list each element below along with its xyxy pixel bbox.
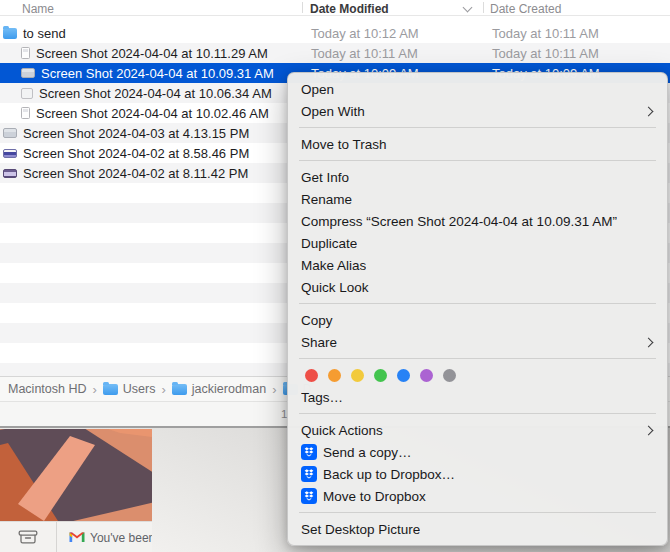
breadcrumb-item-jackierodman[interactable]: jackierodman <box>172 382 266 396</box>
file-row-to-send[interactable]: to sendToday at 10:12 AMToday at 10:11 A… <box>0 23 670 43</box>
tag-yellow-dot[interactable] <box>351 369 364 382</box>
tag-gray-dot[interactable] <box>443 369 456 382</box>
tag-blue-dot[interactable] <box>397 369 410 382</box>
menu-item-copy[interactable]: Copy <box>288 309 667 331</box>
submenu-chevron-icon <box>644 337 654 347</box>
menu-item-label: Back up to Dropbox… <box>323 467 455 482</box>
file-name-text: to send <box>23 26 66 41</box>
menu-separator <box>299 358 656 359</box>
menu-item-quick-actions[interactable]: Quick Actions <box>288 419 667 441</box>
menu-item-quick-look[interactable]: Quick Look <box>288 276 667 298</box>
menu-item-label: Duplicate <box>301 236 357 251</box>
menu-item-compress-screen-shot-2024-04-04-at-10-09-31-[interactable]: Compress “Screen Shot 2024-04-04 at 10.0… <box>288 210 667 232</box>
tag-red-dot[interactable] <box>305 369 318 382</box>
menu-item-make-alias[interactable]: Make Alias <box>288 254 667 276</box>
column-divider[interactable] <box>483 2 484 13</box>
menu-item-label: Send a copy… <box>323 445 412 460</box>
file-name-text: Screen Shot 2024-04-04 at 10.09.31 AM <box>41 66 274 81</box>
wallpaper-image <box>0 429 152 521</box>
file-name-cell: Screen Shot 2024-04-04 at 10.09.31 AM <box>21 63 274 83</box>
menu-item-move-to-dropbox[interactable]: Move to Dropbox <box>288 485 667 507</box>
menu-item-label: Set Desktop Picture <box>301 522 420 537</box>
file-name-text: Screen Shot 2024-04-04 at 10.11.29 AM <box>36 46 268 61</box>
menu-separator <box>299 413 656 414</box>
screenshot-thumbnail-icon <box>21 68 35 78</box>
menu-item-set-desktop-picture[interactable]: Set Desktop Picture <box>288 518 667 540</box>
menu-item-label: Copy <box>301 313 333 328</box>
breadcrumb-label: jackierodman <box>192 382 266 396</box>
screen: Name Date Modified Date Created to sendT… <box>0 0 670 552</box>
menu-item-label: Tags… <box>301 390 343 405</box>
menu-item-tags[interactable]: Tags… <box>288 386 667 408</box>
toolbar-divider <box>56 522 57 552</box>
sort-descending-chevron-icon <box>463 3 473 13</box>
column-header-date-created[interactable]: Date Created <box>490 2 561 16</box>
menu-item-share[interactable]: Share <box>288 331 667 353</box>
tag-green-dot[interactable] <box>374 369 387 382</box>
archive-box-icon[interactable] <box>18 529 38 545</box>
menu-item-back-up-to-dropbox[interactable]: Back up to Dropbox… <box>288 463 667 485</box>
breadcrumb-separator-icon: › <box>162 382 166 397</box>
column-header-date-modified[interactable]: Date Modified <box>310 2 389 16</box>
tag-orange-dot[interactable] <box>328 369 341 382</box>
menu-item-rename[interactable]: Rename <box>288 188 667 210</box>
menu-item-open[interactable]: Open <box>288 78 667 100</box>
date-created-cell: Today at 10:11 AM <box>492 26 599 41</box>
menu-item-label: Make Alias <box>301 258 366 273</box>
submenu-chevron-icon <box>644 425 654 435</box>
menu-item-label: Share <box>301 335 337 350</box>
folder-icon <box>103 384 118 395</box>
menu-separator <box>299 160 656 161</box>
menu-item-get-info[interactable]: Get Info <box>288 166 667 188</box>
menu-item-label: Move to Dropbox <box>323 489 426 504</box>
column-divider[interactable] <box>302 2 303 13</box>
dropbox-icon <box>301 466 317 482</box>
menu-separator <box>299 127 656 128</box>
menu-item-label: Quick Actions <box>301 423 383 438</box>
folder-icon <box>172 384 187 395</box>
file-name-text: Screen Shot 2024-04-03 at 4.13.15 PM <box>23 126 249 141</box>
file-name-cell: to send <box>3 23 66 43</box>
breadcrumb-item-macintosh-hd[interactable]: Macintosh HD <box>8 382 87 396</box>
menu-separator <box>299 303 656 304</box>
menu-item-label: Quick Look <box>301 280 369 295</box>
breadcrumb-separator-icon: › <box>93 382 97 397</box>
breadcrumb-label: Users <box>123 382 156 396</box>
menu-item-send-a-copy[interactable]: Send a copy… <box>288 441 667 463</box>
menu-item-label: Rename <box>301 192 352 207</box>
screenshot-thumbnail-icon <box>3 149 17 158</box>
file-name-text: Screen Shot 2024-04-02 at 8.58.46 PM <box>23 146 249 161</box>
file-name-cell: Screen Shot 2024-04-04 at 10.02.46 AM <box>21 103 269 123</box>
context-menu: OpenOpen WithMove to TrashGet InfoRename… <box>287 72 668 546</box>
screenshot-thumbnail-icon <box>3 128 17 138</box>
date-created-cell: Today at 10:11 AM <box>492 46 599 61</box>
file-name-text: Screen Shot 2024-04-02 at 8.11.42 PM <box>23 166 248 181</box>
dropbox-icon <box>301 444 317 460</box>
menu-item-duplicate[interactable]: Duplicate <box>288 232 667 254</box>
screenshot-thumbnail-icon <box>3 169 17 178</box>
file-name-cell: Screen Shot 2024-04-02 at 8.11.42 PM <box>3 163 248 183</box>
menu-separator <box>299 512 656 513</box>
column-header-name[interactable]: Name <box>22 2 54 16</box>
submenu-chevron-icon <box>644 106 654 116</box>
screenshot-thumbnail-icon <box>21 47 30 59</box>
list-header: Name Date Modified Date Created <box>0 0 670 16</box>
breadcrumb-item-users[interactable]: Users <box>103 382 156 396</box>
file-name-cell: Screen Shot 2024-04-02 at 8.58.46 PM <box>3 143 249 163</box>
breadcrumb-separator-icon: › <box>272 382 276 397</box>
menu-item-label: Open <box>301 82 334 97</box>
file-name-cell: Screen Shot 2024-04-03 at 4.13.15 PM <box>3 123 249 143</box>
screenshot-thumbnail-icon <box>21 88 33 99</box>
breadcrumb-label: Macintosh HD <box>8 382 87 396</box>
file-row-screen-shot-2024-04-04-at-10-11-29-am[interactable]: Screen Shot 2024-04-04 at 10.11.29 AMTod… <box>0 43 670 63</box>
dropbox-icon <box>301 488 317 504</box>
screenshot-thumbnail-icon <box>21 107 30 119</box>
tag-purple-dot[interactable] <box>420 369 433 382</box>
menu-item-move-to-trash[interactable]: Move to Trash <box>288 133 667 155</box>
file-name-cell: Screen Shot 2024-04-04 at 10.11.29 AM <box>21 43 268 63</box>
file-name-cell: Screen Shot 2024-04-04 at 10.06.34 AM <box>21 83 272 103</box>
menu-item-open-with[interactable]: Open With <box>288 100 667 122</box>
file-name-text: Screen Shot 2024-04-04 at 10.02.46 AM <box>36 106 269 121</box>
email-subject-text[interactable]: You've been <box>90 531 152 545</box>
menu-item-label: Compress “Screen Shot 2024-04-04 at 10.0… <box>301 214 617 229</box>
